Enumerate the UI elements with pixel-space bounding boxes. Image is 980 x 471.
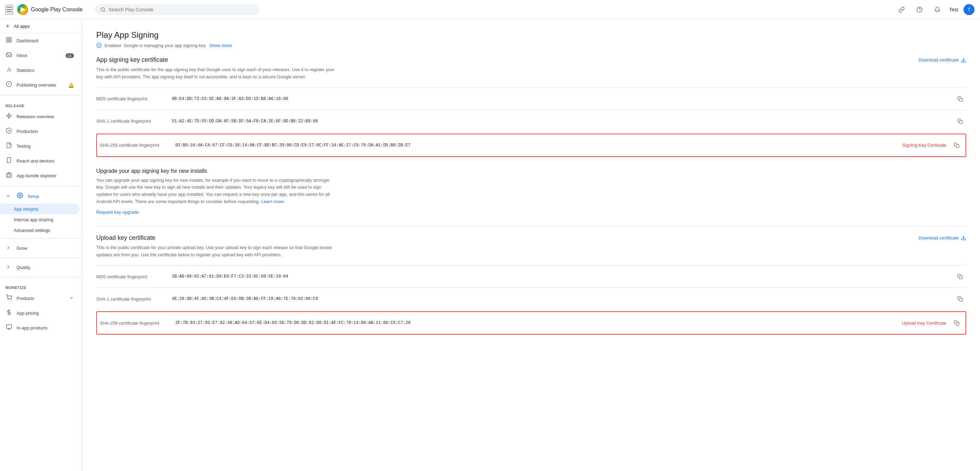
signing-md5-row: MD5 certificate fingerprint 9B:E4:DD:73:…	[96, 87, 966, 110]
inbox-icon	[5, 52, 13, 59]
monetize-label: Monetize	[0, 280, 82, 291]
help-icon-button[interactable]	[913, 3, 926, 16]
notifications-icon-button[interactable]	[931, 3, 943, 16]
link-icon	[899, 6, 905, 13]
signing-key-badge: Signing Key Certiicate	[902, 143, 946, 148]
sidebar-item-quality[interactable]: Quality	[0, 261, 82, 274]
test-label: Test	[949, 7, 958, 13]
upload-md5-label: MD5 certificate fingerprint	[96, 274, 172, 279]
dashboard-icon	[5, 37, 13, 44]
search-bar[interactable]	[95, 4, 260, 15]
sidebar-item-products[interactable]: Products	[0, 291, 80, 306]
sidebar-item-testing[interactable]: Testing	[0, 139, 80, 154]
avatar[interactable]: T	[964, 4, 975, 15]
page-title: Play App Signing	[96, 30, 966, 40]
sidebar-item-releases-overview[interactable]: Releases overview	[0, 109, 80, 124]
upload-sha1-label: SHA-1 certificate fingerprint	[96, 297, 172, 301]
upload-section-desc: This is the public certificate for your …	[96, 244, 337, 259]
hamburger-menu-button[interactable]: ☰	[5, 5, 13, 14]
copy-icon	[957, 96, 963, 102]
svg-rect-21	[6, 325, 12, 328]
advanced-settings-label: Advanced settings	[14, 228, 50, 233]
setup-gear-icon	[16, 192, 23, 200]
svg-rect-6	[10, 38, 11, 39]
grow-label: Grow	[16, 246, 27, 251]
signing-section-header: App signing key certificate Download cer…	[96, 56, 966, 63]
setup-label: Setup	[27, 194, 39, 199]
reach-icon	[5, 157, 13, 165]
signing-sha1-copy-button[interactable]	[954, 115, 966, 127]
quality-label: Quality	[16, 265, 30, 270]
quality-expand-icon	[5, 264, 11, 271]
svg-rect-16	[6, 173, 12, 177]
signing-sha256-label: SHA-256 certificate fingerprint	[100, 143, 175, 148]
svg-rect-8	[10, 41, 11, 42]
upload-sha256-label: SHA-256 certificate fingerprint	[100, 320, 175, 326]
sidebar-item-production[interactable]: Production	[0, 124, 80, 139]
svg-rect-30	[959, 298, 963, 301]
upload-section-title: Upload key certificate	[96, 234, 155, 241]
sidebar-item-in-app-products[interactable]: In-app products	[0, 320, 80, 335]
sidebar-item-inbox[interactable]: Inbox 11	[0, 48, 80, 63]
svg-rect-25	[959, 98, 963, 101]
internal-sharing-label: Internal app sharing	[14, 217, 53, 222]
sidebar-item-statistics[interactable]: Statistics	[0, 63, 80, 78]
link-icon-button[interactable]	[896, 3, 908, 16]
copy-icon	[957, 119, 963, 124]
app-pricing-label: App pricing	[16, 311, 39, 316]
request-key-upgrade-link[interactable]: Request key upgrade	[96, 209, 139, 215]
publishing-icon	[5, 81, 13, 89]
sidebar-sub-item-advanced-settings[interactable]: Advanced settings	[0, 225, 80, 236]
products-expand-icon	[69, 295, 74, 301]
pricing-icon	[5, 309, 13, 317]
svg-rect-26	[959, 121, 963, 124]
upload-sha256-value: 2F:7B:93:27:93:E7:82:48:AD:64:57:EE:D4:0…	[175, 320, 898, 325]
svg-marker-13	[6, 113, 11, 119]
sidebar-item-label: Inbox	[16, 53, 27, 58]
sidebar-item-grow[interactable]: Grow	[0, 241, 82, 255]
topbar-actions: Test T	[896, 3, 975, 16]
search-input[interactable]	[108, 7, 255, 13]
upload-section-header: Upload key certificate Download certific…	[96, 234, 966, 241]
app-logo: Google Play Console	[17, 4, 83, 15]
signing-sha256-copy-button[interactable]	[950, 139, 963, 152]
testing-icon	[5, 142, 13, 150]
sidebar-sub-item-internal-sharing[interactable]: Internal app sharing	[0, 214, 80, 225]
sidebar-item-app-bundle[interactable]: App bundle explorer	[0, 168, 80, 183]
statistics-icon	[5, 66, 13, 74]
status-enabled: Enabled	[105, 43, 121, 48]
sidebar-sub-item-app-integrity[interactable]: App integrity	[0, 204, 80, 214]
status-desc: Google is managing your app signing key.	[124, 43, 207, 48]
sidebar-item-reach-devices[interactable]: Reach and devices	[0, 154, 80, 168]
upload-sha1-row: SHA-1 certificate fingerprint 4E:29:9D:4…	[96, 287, 966, 310]
sidebar-item-setup[interactable]: Setup	[0, 189, 82, 204]
sidebar-item-label: Releases overview	[16, 114, 54, 119]
upload-sha1-copy-button[interactable]	[954, 293, 966, 305]
sidebar: All apps Dashboard Inbox 11 Statistics	[0, 19, 83, 471]
learn-more-link[interactable]: Learn more	[261, 199, 284, 204]
upload-sha256-copy-button[interactable]	[950, 317, 963, 329]
help-icon	[916, 6, 923, 13]
upload-download-button[interactable]: Download certificate	[918, 235, 966, 241]
upload-md5-copy-button[interactable]	[954, 270, 966, 283]
sidebar-divider-4	[0, 258, 82, 258]
sidebar-item-dashboard[interactable]: Dashboard	[0, 33, 80, 48]
sidebar-item-publishing-overview[interactable]: Publishing overview 🔔	[0, 78, 80, 92]
sidebar-item-app-pricing[interactable]: App pricing	[0, 306, 80, 320]
svg-rect-5	[6, 38, 8, 39]
products-icon	[5, 294, 13, 302]
svg-rect-29	[959, 276, 963, 279]
all-apps-button[interactable]: All apps	[0, 19, 82, 33]
signing-sha256-value: 02:B0:16:4A:C4:67:CF:C0:38:14:0A:CF:BD:B…	[175, 143, 898, 148]
signing-md5-copy-button[interactable]	[954, 93, 966, 105]
sidebar-divider-1	[0, 95, 82, 95]
signing-download-button[interactable]: Download certificate	[918, 57, 966, 63]
copy-icon	[957, 274, 963, 279]
upload-download-label: Download certificate	[918, 235, 959, 241]
signing-section-title: App signing key certificate	[96, 56, 168, 63]
show-more-link[interactable]: Show more	[209, 43, 232, 48]
check-circle-icon	[96, 43, 102, 48]
sidebar-item-label: Statistics	[16, 68, 34, 73]
notifications-icon	[934, 6, 940, 13]
upload-cert-section: Upload key certificate Download certific…	[96, 234, 966, 335]
